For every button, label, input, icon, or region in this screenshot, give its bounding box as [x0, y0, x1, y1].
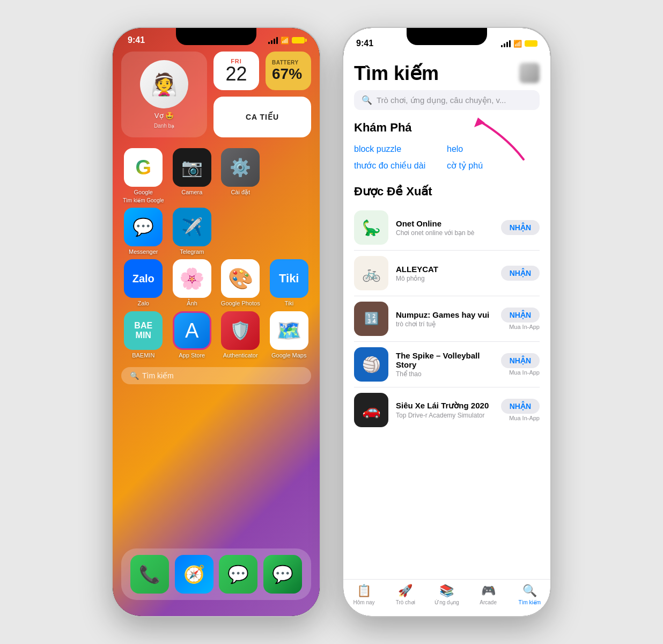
section-title-recommended: Được Đề Xuất [354, 185, 540, 199]
app-item-empty3 [267, 208, 312, 255]
app-item-empty1 [267, 148, 312, 203]
dock-messages[interactable]: 💬 [219, 555, 257, 594]
search-input-bar[interactable]: 🔍 Trò chơi, ứng dụng, câu chuyện, v... [354, 90, 540, 110]
app-item-zalo[interactable]: Zalo Zalo [121, 259, 166, 307]
app-item-google[interactable]: G Google Tìm kiếm Google [121, 148, 166, 203]
tab-search[interactable]: 🔍 Tìm kiếm [512, 584, 547, 605]
battery-label-widget: BATTERY [272, 60, 299, 65]
profile-avatar[interactable] [519, 63, 540, 83]
app-icon-appstore: A [173, 311, 211, 350]
app-icon-sieuxe: 🚗 [354, 393, 388, 427]
dock: 📞 🧭 💬 💬 [121, 548, 311, 600]
app-sub-sieuxe: Mua In-App [509, 415, 540, 421]
app-item-photos[interactable]: 🌸 Ảnh [170, 259, 215, 307]
app-sublabel-google: Tìm kiếm Google [123, 197, 164, 203]
wifi-icon: 📶 [281, 36, 289, 45]
app-item-baemin[interactable]: BAEMIN BAEMIN [121, 311, 166, 358]
appstore-search-screen: 9:41 📶 Tìm kiếm [343, 28, 550, 616]
tab-arcade-icon: 🎮 [481, 584, 496, 598]
tab-games[interactable]: 🚀 Trò chơi [388, 584, 423, 605]
battery-icon-1 [292, 37, 305, 43]
dock-phone[interactable]: 📞 [130, 555, 169, 594]
app-icon-alleycat: 🚲 [354, 256, 388, 290]
date-num: 22 [225, 64, 247, 84]
time-display-2: 9:41 [356, 39, 373, 48]
app-item-settings[interactable]: ⚙️ Cài đặt [218, 148, 263, 203]
app-label-camera: Camera [181, 189, 202, 195]
time-display-1: 9:41 [128, 35, 145, 45]
tab-search-icon: 🔍 [522, 584, 537, 598]
dock-messages-icon: 💬 [219, 555, 257, 594]
btn-nhan-numpuz[interactable]: NHẬN [501, 308, 540, 323]
app-icon-messenger: 💬 [124, 208, 163, 246]
tab-today[interactable]: 📋 Hôm nay [347, 584, 381, 605]
app-label-photos: Ảnh [187, 300, 197, 307]
app-sub-spike: Mua In-App [509, 369, 540, 376]
widget-date[interactable]: FRI 22 [213, 52, 259, 90]
dock-safari-icon: 🧭 [175, 555, 213, 594]
app-icon-telegram: ✈️ [173, 208, 211, 246]
search-page-title: Tìm kiếm [354, 62, 439, 85]
search-icon-bar: 🔍 [362, 95, 372, 105]
home-search-icon: 🔍 [130, 371, 139, 380]
app-list-item-sieuxe[interactable]: 🚗 Siêu Xe Lái Trường 2020 Top Drive-r Ac… [354, 387, 540, 433]
widget-music[interactable]: CA TIẾU [213, 97, 311, 137]
app-list-item-onet[interactable]: 🦕 Onet Online Chơi onet online với bạn b… [354, 205, 540, 251]
dock-phone-icon: 📞 [130, 555, 169, 594]
btn-nhan-spike[interactable]: NHẬN [501, 353, 540, 368]
app-item-authenticator[interactable]: 🛡️ Authenticator [218, 311, 263, 358]
btn-nhan-sieuxe[interactable]: NHẬN [501, 399, 540, 414]
app-desc-sieuxe: Top Drive-r Academy Simulator [396, 412, 493, 419]
tab-games-label: Trò chơi [396, 599, 415, 605]
signal-icon-2 [501, 40, 511, 47]
search-header-row: Tìm kiếm [354, 56, 540, 90]
app-label-maps: Google Maps [271, 352, 306, 358]
app-desc-alleycat: Mô phỏng [396, 275, 493, 282]
tab-arcade[interactable]: 🎮 Arcade [471, 584, 505, 605]
app-item-telegram[interactable]: ✈️ Telegram [170, 208, 215, 255]
app-grid: G Google Tìm kiếm Google 📷 Camera ⚙️ [113, 144, 320, 363]
app-item-maps[interactable]: 🗺️ Google Maps [267, 311, 312, 358]
app-item-gphotos[interactable]: 🎨 Google Photos [218, 259, 263, 307]
app-list-item-alleycat[interactable]: 🚲 ALLEYCAT Mô phỏng NHẬN [354, 251, 540, 296]
app-item-camera[interactable]: 📷 Camera [170, 148, 215, 203]
signal-icon [268, 37, 278, 44]
dock-safari[interactable]: 🧭 [175, 555, 213, 594]
recommended-app-list: 🦕 Onet Online Chơi onet online với bạn b… [354, 205, 540, 433]
phone-1: 9:41 📶 👰 [112, 27, 321, 617]
status-right-2: 📶 [501, 40, 537, 48]
tab-today-icon: 📋 [357, 584, 371, 598]
app-list-item-numpuz[interactable]: 🔢 Numpuz: Games hay vui trò chơi trí tuệ… [354, 296, 540, 342]
tab-today-label: Hôm nay [353, 599, 375, 605]
widget-contact[interactable]: 👰 Vợ 🤩 Danh bạ [121, 52, 207, 137]
battery-pct-widget: 67% [272, 65, 302, 83]
btn-col-sieuxe: NHẬN Mua In-App [501, 399, 540, 421]
arrow-annotation [465, 111, 534, 167]
app-item-messenger[interactable]: 💬 Messenger [121, 208, 166, 255]
phone-2: 9:41 📶 Tìm kiếm [342, 27, 551, 617]
widget-battery[interactable]: BATTERY 67% [266, 52, 311, 90]
widget-right-col: FRI 22 BATTERY 67% CA TIẾU [213, 52, 311, 137]
home-search-bar[interactable]: 🔍 Tìm kiếm [121, 367, 311, 384]
app-desc-numpuz: trò chơi trí tuệ [396, 320, 493, 328]
app-icon-baemin: BAEMIN [124, 311, 163, 350]
app-label-gphotos: Google Photos [221, 300, 260, 306]
app-name-onet: Onet Online [396, 219, 493, 228]
app-item-appstore[interactable]: A App Store [170, 311, 215, 358]
tab-apps[interactable]: 📚 Ứng dụng [430, 584, 464, 605]
app-icon-photos: 🌸 [173, 259, 211, 298]
app-icon-authenticator: 🛡️ [221, 311, 260, 350]
app-list-item-spike[interactable]: 🏐 The Spike – Volleyball Story Thể thao … [354, 342, 540, 387]
btn-nhan-alleycat[interactable]: NHẬN [501, 266, 540, 281]
dock-chat[interactable]: 💬 [263, 555, 302, 594]
app-desc-onet: Chơi onet online với bạn bè [396, 229, 493, 237]
app-item-tiki[interactable]: Tiki Tiki [267, 259, 312, 307]
btn-nhan-onet[interactable]: NHẬN [501, 220, 540, 235]
app-icon-gphotos: 🎨 [221, 259, 260, 298]
discover-tag-2[interactable]: thước đo chiều dài [354, 157, 447, 174]
app-label-baemin: BAEMIN [132, 352, 154, 358]
widgets-row: 👰 Vợ 🤩 Danh bạ FRI 22 BATTERY 67% [113, 45, 320, 144]
discover-tag-0[interactable]: block puzzle [354, 141, 447, 157]
tab-bar: 📋 Hôm nay 🚀 Trò chơi 📚 Ứng dụng 🎮 Arcade… [343, 579, 550, 616]
svg-marker-0 [474, 118, 485, 127]
